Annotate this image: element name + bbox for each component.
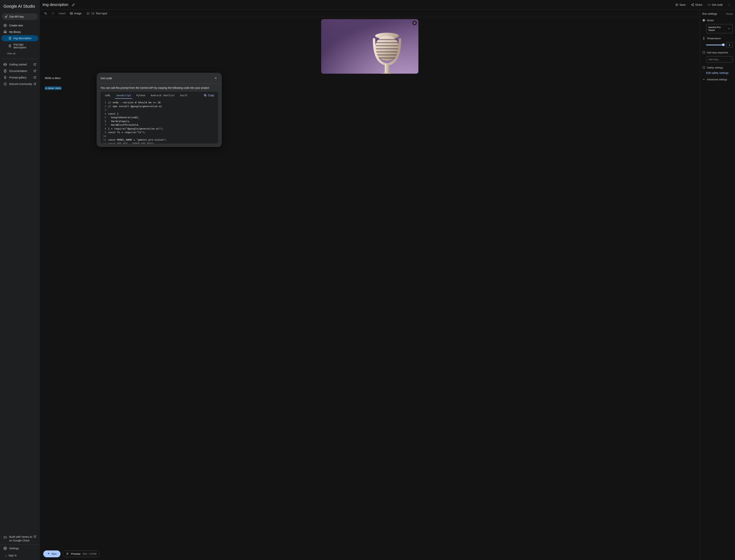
svg-rect-23 [385,64,389,74]
collapse-sidebar-button[interactable] [3,553,9,559]
sidebar-link[interactable]: Documentation [0,68,40,74]
copy-code-button[interactable]: Copy [201,92,216,98]
braces-icon: {{ }} [86,12,95,15]
code-area[interactable]: 1234567891011121314 // node --version # … [100,99,218,143]
get-code-modal: Get code You can call this prompt from t… [97,73,222,147]
sidebar-link[interactable]: Prompt gallery [0,74,40,81]
library-item-label: img description [13,37,31,40]
more-menu-button[interactable] [726,2,732,8]
edit-title-button[interactable] [70,2,76,8]
temperature-slider[interactable] [706,43,725,47]
code-tab[interactable]: cURL [102,92,113,99]
edit-safety-button[interactable]: Edit safety settings [706,71,733,74]
insert-test-input-button[interactable]: {{ }} Test input [85,11,109,16]
my-library-label: My library [9,30,21,33]
code-gutter: 1234567891011121314 [100,99,108,143]
view-all-button[interactable]: View all [0,51,40,56]
description-icon [8,37,11,40]
library-item[interactable]: img tags description [2,41,38,51]
save-button[interactable]: Save [673,2,688,7]
advanced-settings-toggle[interactable]: Advanced settings [702,78,733,81]
get-code-label: Get code [712,3,723,6]
stop-sequence-input[interactable]: Add stop... [706,56,733,63]
create-new-button[interactable]: Create new [0,22,40,29]
pencil-icon [72,3,75,6]
editor-canvas[interactable]: Write a desc A silver retro Get code You… [40,17,700,549]
description-icon [8,44,11,47]
run-settings-panel: Run settings Reset Model Gemini Pro Visi… [700,10,735,560]
notes-icon [66,552,69,555]
shield-icon [702,66,705,69]
external-link-icon [33,63,36,66]
run-button[interactable]: Run [43,550,60,557]
plus-circle-icon [3,24,7,27]
sidebar-link-label: Discord community [9,82,32,86]
stop-placeholder: Add stop... [708,58,720,61]
modal-title: Get code [100,77,112,80]
share-label: Share [695,3,702,6]
attached-image[interactable] [321,19,419,74]
safety-label-row: Safety settings [702,66,733,69]
create-new-label: Create new [9,24,23,27]
microphone-illustration [370,32,404,74]
thermometer-icon [702,37,705,40]
sidebar-link[interactable]: Getting started [0,61,40,68]
insert-image-label: Image [74,12,82,15]
reset-button[interactable]: Reset [726,12,733,15]
external-link-icon [33,82,36,86]
get-code-button[interactable]: Get code [706,2,725,7]
settings-button[interactable]: Settings [0,545,40,552]
temperature-label-row: Temperature [702,37,733,40]
chevron-down-icon [728,27,731,30]
sidebar-link[interactable]: Discord community [0,81,40,87]
remove-image-button[interactable] [412,21,417,25]
my-library-button[interactable]: My library [0,29,40,35]
code-tab[interactable]: Android (Kotlin) [148,92,177,99]
main-area: img description Save Share Get code [40,0,735,560]
modal-subtitle: You can call this prompt from the Gemini… [97,84,222,92]
svg-point-13 [71,13,71,13]
redo-button[interactable] [50,10,56,16]
run-label: Run [52,552,57,555]
share-button[interactable]: Share [689,2,704,7]
temperature-input[interactable]: 1 [726,42,733,47]
settings-label: Settings [9,547,19,550]
insert-image-button[interactable]: Image [68,11,83,16]
preview-label: Preview [71,552,81,555]
external-link-icon [33,535,36,538]
svg-point-7 [691,4,692,5]
stop-label: Add stop sequence [707,51,728,54]
brand-title: Google AI Studio [0,0,40,13]
code-lines: // node --version # Should be >= 18// np… [108,99,169,143]
external-link-icon [33,76,36,79]
modal-close-button[interactable] [213,76,218,80]
bulb-icon [3,76,7,79]
svg-point-10 [729,4,729,5]
code-tab[interactable]: Swift [177,92,190,99]
atom-icon [702,19,705,22]
code-tab[interactable]: Python [134,92,148,99]
code-card: cURLJavaScriptPythonAndroid (Kotlin)Swif… [100,92,218,143]
model-value: Gemini Pro Vision [708,26,728,32]
model-select[interactable]: Gemini Pro Vision [706,24,733,33]
preview-button[interactable]: Preview 265 / 12288 [63,551,100,557]
code-tab[interactable]: JavaScript [113,92,134,99]
run-settings-title: Run settings [702,12,717,15]
editor-column: Insert: Image {{ }} Test input [40,10,700,560]
test-input-label: Test input [96,12,107,15]
document-title: img description [42,2,68,7]
svg-marker-32 [703,51,705,54]
svg-point-8 [693,5,694,6]
model-label: Model [707,19,714,22]
svg-point-5 [5,548,6,549]
library-item-label: img tags description [13,43,35,49]
undo-icon [44,12,47,15]
get-api-key-button[interactable]: Get API key [2,13,38,20]
more-vertical-icon [728,3,731,6]
sidebar-link-label: Documentation [9,69,27,73]
library-item[interactable]: img description [2,35,38,41]
vertex-ai-link[interactable]: Build with Vertex AI on Google Cloud [0,533,40,545]
redo-icon [51,12,54,15]
top-bar: img description Save Share Get code [40,0,735,10]
undo-button[interactable] [42,10,49,16]
